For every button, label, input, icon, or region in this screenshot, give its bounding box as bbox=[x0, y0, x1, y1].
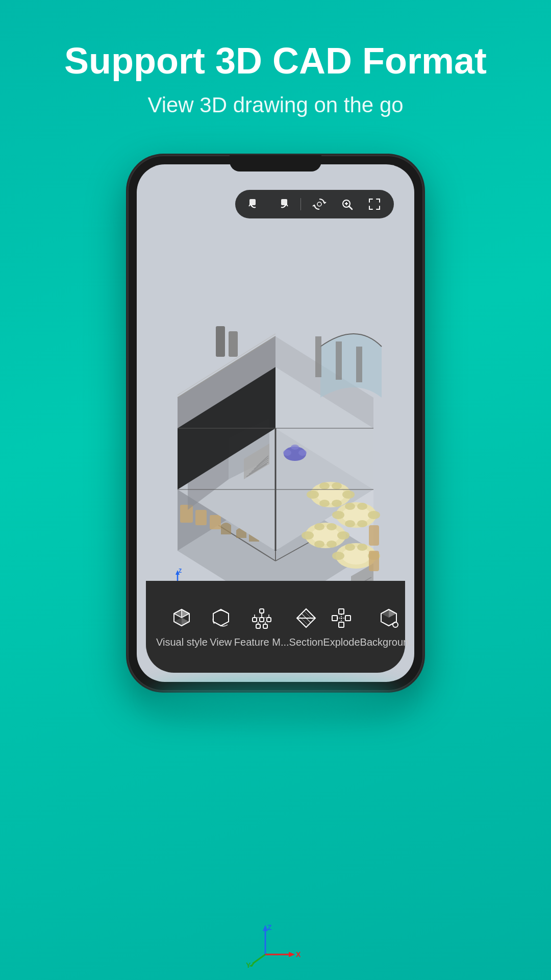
bottom-item-view[interactable]: View bbox=[208, 605, 234, 648]
fullscreen-icon[interactable] bbox=[365, 195, 384, 213]
svg-rect-104 bbox=[260, 609, 264, 613]
svg-rect-30 bbox=[315, 336, 321, 377]
svg-point-46 bbox=[342, 506, 370, 524]
svg-rect-73 bbox=[369, 525, 379, 546]
svg-point-25 bbox=[283, 450, 291, 456]
bottom-item-feature-m[interactable]: Feature M... bbox=[234, 605, 289, 648]
feature-m-icon bbox=[248, 605, 275, 631]
svg-line-83 bbox=[349, 206, 352, 209]
svg-point-47 bbox=[332, 511, 344, 519]
svg-point-48 bbox=[368, 511, 380, 519]
svg-point-43 bbox=[319, 500, 330, 507]
svg-point-41 bbox=[319, 482, 330, 489]
phone-glow bbox=[148, 681, 403, 712]
svg-rect-124 bbox=[332, 616, 337, 621]
svg-rect-32 bbox=[356, 347, 362, 382]
phone-screen: Z X Y bbox=[137, 164, 414, 682]
svg-rect-105 bbox=[253, 618, 257, 622]
svg-marker-129 bbox=[389, 609, 396, 618]
svg-point-39 bbox=[307, 491, 319, 499]
svg-rect-74 bbox=[369, 551, 379, 571]
phone-notch bbox=[230, 155, 321, 172]
viewport-toolbar bbox=[235, 190, 394, 218]
svg-rect-107 bbox=[267, 618, 271, 622]
background-label: Backgroun... bbox=[360, 636, 414, 648]
svg-text:Y: Y bbox=[246, 961, 251, 969]
phone-mockup: Z X Y bbox=[0, 155, 551, 691]
background-icon bbox=[375, 605, 402, 631]
svg-rect-122 bbox=[339, 609, 344, 614]
svg-point-65 bbox=[345, 544, 355, 551]
page-title: Support 3D CAD Format bbox=[31, 41, 520, 81]
rotate-view-icon[interactable] bbox=[310, 195, 329, 213]
explode-icon bbox=[328, 605, 355, 631]
svg-point-60 bbox=[327, 541, 337, 548]
svg-point-58 bbox=[327, 523, 337, 530]
bottom-item-section[interactable]: Section bbox=[289, 605, 323, 648]
svg-point-51 bbox=[345, 520, 355, 527]
svg-marker-98 bbox=[174, 618, 182, 626]
view-label: View bbox=[210, 636, 232, 648]
feature-m-label: Feature M... bbox=[234, 636, 289, 648]
svg-point-55 bbox=[302, 531, 314, 540]
bottom-item-background[interactable]: Backgroun... bbox=[360, 605, 414, 648]
svg-point-27 bbox=[291, 445, 299, 450]
header: Support 3D CAD Format View 3D drawing on… bbox=[0, 0, 551, 140]
visual-style-label: Visual style bbox=[156, 636, 208, 648]
svg-point-131 bbox=[393, 622, 398, 627]
svg-rect-106 bbox=[260, 618, 264, 622]
svg-point-66 bbox=[357, 544, 367, 551]
svg-rect-12 bbox=[210, 515, 221, 529]
svg-marker-130 bbox=[381, 609, 389, 618]
svg-line-138 bbox=[253, 954, 265, 964]
svg-point-62 bbox=[342, 547, 370, 565]
svg-marker-99 bbox=[182, 618, 189, 626]
svg-point-42 bbox=[332, 482, 342, 489]
svg-marker-97 bbox=[182, 609, 189, 618]
page-wrapper: Support 3D CAD Format View 3D drawing on… bbox=[0, 0, 551, 691]
orbit-right-icon[interactable] bbox=[273, 195, 291, 213]
svg-text:X: X bbox=[296, 950, 301, 959]
explode-label: Explode bbox=[323, 636, 360, 648]
view-icon bbox=[208, 605, 234, 631]
zoom-extents-icon[interactable] bbox=[338, 195, 356, 213]
bottom-toolbar: Visual style bbox=[146, 581, 405, 673]
bottom-item-visual-style[interactable]: Visual style bbox=[156, 605, 208, 648]
svg-rect-33 bbox=[216, 326, 225, 357]
svg-point-50 bbox=[357, 503, 367, 510]
svg-point-49 bbox=[345, 503, 355, 510]
svg-point-44 bbox=[332, 500, 342, 507]
svg-point-81 bbox=[317, 202, 321, 206]
toolbar-divider-1 bbox=[300, 198, 301, 210]
bottom-axis: Z X Y bbox=[245, 919, 306, 970]
svg-rect-125 bbox=[345, 616, 350, 621]
svg-rect-31 bbox=[336, 341, 342, 380]
phone-body: Z X Y bbox=[128, 155, 423, 691]
svg-point-26 bbox=[298, 450, 307, 456]
svg-point-59 bbox=[314, 541, 324, 548]
svg-rect-109 bbox=[263, 624, 267, 628]
svg-rect-123 bbox=[339, 622, 344, 627]
svg-text:Z: Z bbox=[267, 923, 272, 932]
svg-point-56 bbox=[337, 531, 349, 540]
svg-point-38 bbox=[316, 486, 345, 503]
page-subtitle: View 3D drawing on the go bbox=[31, 91, 520, 119]
orbit-left-icon[interactable] bbox=[245, 195, 264, 213]
bottom-item-explode[interactable]: Explode bbox=[323, 605, 360, 648]
svg-marker-136 bbox=[289, 952, 295, 957]
section-label: Section bbox=[289, 636, 323, 648]
svg-point-63 bbox=[332, 552, 344, 560]
svg-point-40 bbox=[342, 491, 355, 499]
visual-style-icon bbox=[168, 605, 195, 631]
svg-text:Z: Z bbox=[179, 568, 182, 574]
svg-point-54 bbox=[311, 527, 340, 544]
svg-point-52 bbox=[357, 520, 367, 527]
section-icon bbox=[293, 605, 319, 631]
svg-point-57 bbox=[314, 523, 324, 530]
svg-rect-108 bbox=[256, 624, 260, 628]
svg-rect-34 bbox=[229, 331, 238, 357]
svg-marker-96 bbox=[174, 609, 182, 618]
svg-rect-11 bbox=[195, 510, 207, 525]
